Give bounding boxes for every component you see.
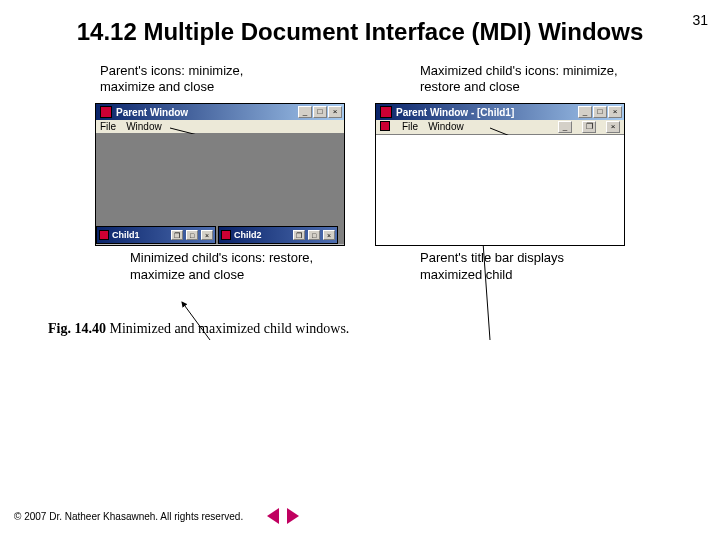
child-title: Child1 [112, 230, 168, 240]
menubar: File Window _ ❐ × [376, 120, 624, 135]
titlebar-text: Parent Window [116, 107, 294, 118]
parent-window-right: Parent Window - [Child1] _ □ × File Wind… [375, 103, 625, 246]
child-restore-button[interactable]: ❐ [171, 230, 183, 240]
figure-caption: Fig. 14.40 Minimized and maximized child… [0, 293, 720, 337]
maximize-button[interactable]: □ [313, 106, 327, 118]
titlebar-text: Parent Window - [Child1] [396, 107, 574, 118]
close-button[interactable]: × [328, 106, 342, 118]
menubar: File Window [96, 120, 344, 134]
titlebar: Parent Window _ □ × [96, 104, 344, 120]
minimize-button[interactable]: _ [298, 106, 312, 118]
close-button[interactable]: × [608, 106, 622, 118]
mdi-client-area: Child1 ❐ □ × Child2 ❐ □ × [96, 134, 344, 244]
minimized-child-2[interactable]: Child2 ❐ □ × [218, 226, 338, 244]
minimized-child-1[interactable]: Child1 ❐ □ × [96, 226, 216, 244]
child-restore-button[interactable]: ❐ [582, 121, 596, 133]
label-maxchild-icons: Maximized child's icons: minimize, resto… [420, 63, 620, 96]
child-close-button[interactable]: × [323, 230, 335, 240]
minimize-button[interactable]: _ [578, 106, 592, 118]
app-icon [380, 106, 392, 118]
child-restore-button[interactable]: ❐ [293, 230, 305, 240]
figure-text: Minimized and maximized child windows. [106, 321, 349, 336]
menu-file[interactable]: File [402, 121, 418, 133]
menu-file[interactable]: File [100, 121, 116, 132]
label-titlebar-child: Parent's title bar displays maximized ch… [420, 250, 620, 283]
child-close-button[interactable]: × [606, 121, 620, 133]
label-minchild-icons: Minimized child's icons: restore, maximi… [130, 250, 330, 283]
section-heading: 14.12 Multiple Document Interface (MDI) … [60, 18, 660, 47]
copyright-text: © 2007 Dr. Natheer Khasawneh. All rights… [14, 511, 243, 522]
maximize-button[interactable]: □ [593, 106, 607, 118]
child-icon [99, 230, 109, 240]
figure-number: Fig. 14.40 [48, 321, 106, 336]
titlebar: Parent Window - [Child1] _ □ × [376, 104, 624, 120]
app-icon [100, 106, 112, 118]
menu-window[interactable]: Window [126, 121, 162, 132]
page-number: 31 [692, 12, 708, 28]
prev-slide-button[interactable] [267, 508, 279, 524]
maximized-child-icon[interactable] [380, 121, 390, 131]
next-slide-button[interactable] [287, 508, 299, 524]
child-maximize-button[interactable]: □ [186, 230, 198, 240]
label-parent-icons: Parent's icons: minimize, maximize and c… [100, 63, 300, 96]
parent-window-left: Parent Window _ □ × File Window Child1 ❐… [95, 103, 345, 246]
child-title: Child2 [234, 230, 290, 240]
child-maximize-button[interactable]: □ [308, 230, 320, 240]
menu-window[interactable]: Window [428, 121, 464, 133]
child-minimize-button[interactable]: _ [558, 121, 572, 133]
mdi-client-area-maximized [376, 135, 624, 245]
child-icon [221, 230, 231, 240]
child-close-button[interactable]: × [201, 230, 213, 240]
